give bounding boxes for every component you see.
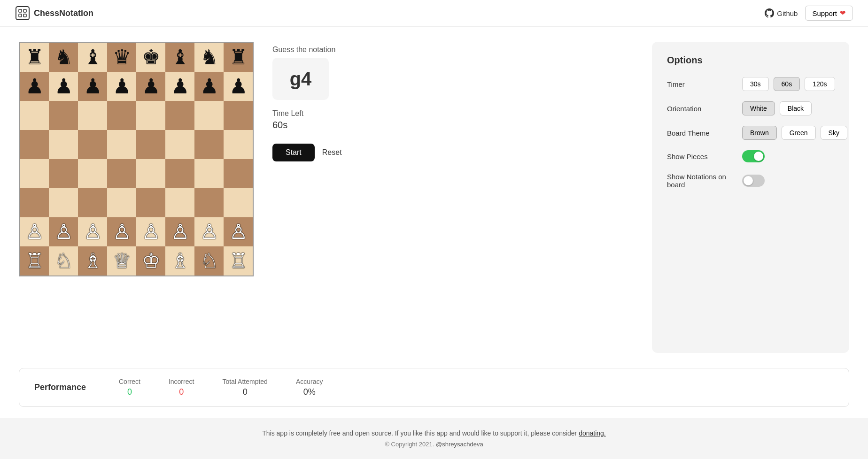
support-button[interactable]: Support ❤ — [805, 6, 853, 21]
board-cell-0-7[interactable]: ♜ — [224, 43, 253, 72]
board-cell-1-3[interactable]: ♟ — [107, 72, 136, 101]
board-cell-4-4[interactable] — [136, 159, 165, 188]
logo-text: ChessNotation — [34, 8, 93, 18]
board-cell-2-4[interactable] — [136, 101, 165, 130]
board-cell-0-2[interactable]: ♝ — [78, 43, 107, 72]
board-cell-2-0[interactable] — [20, 101, 49, 130]
board-theme-option: Board Theme Brown Green Sky — [667, 126, 834, 140]
board-cell-0-4[interactable]: ♚ — [136, 43, 165, 72]
author-link[interactable]: @shreysachdeva — [436, 441, 483, 448]
board-cell-1-7[interactable]: ♟ — [224, 72, 253, 101]
board-cell-7-7[interactable]: ♖ — [224, 246, 253, 275]
board-cell-6-3[interactable]: ♙ — [107, 217, 136, 246]
board-cell-2-5[interactable] — [165, 101, 194, 130]
perf-total-value: 0 — [243, 387, 248, 397]
board-cell-0-3[interactable]: ♛ — [107, 43, 136, 72]
board-cell-3-0[interactable] — [20, 130, 49, 159]
board-cell-5-0[interactable] — [20, 188, 49, 217]
timer-120s-button[interactable]: 120s — [805, 77, 835, 91]
orientation-black-button[interactable]: Black — [780, 101, 812, 115]
board-cell-4-0[interactable] — [20, 159, 49, 188]
board-cell-3-1[interactable] — [49, 130, 78, 159]
board-cell-5-1[interactable] — [49, 188, 78, 217]
board-cell-6-5[interactable]: ♙ — [165, 217, 194, 246]
timer-option: Timer 30s 60s 120s — [667, 77, 834, 91]
board-cell-7-0[interactable]: ♖ — [20, 246, 49, 275]
board-cell-1-4[interactable]: ♟ — [136, 72, 165, 101]
show-pieces-toggle[interactable] — [742, 150, 765, 162]
board-cell-6-6[interactable]: ♙ — [194, 217, 224, 246]
board-cell-1-6[interactable]: ♟ — [194, 72, 224, 101]
board-cell-4-5[interactable] — [165, 159, 194, 188]
donating-link[interactable]: donating. — [579, 429, 606, 437]
timer-30s-button[interactable]: 30s — [742, 77, 769, 91]
board-cell-6-7[interactable]: ♙ — [224, 217, 253, 246]
board-cell-2-7[interactable] — [224, 101, 253, 130]
board-cell-0-1[interactable]: ♞ — [49, 43, 78, 72]
perf-correct: Correct 0 — [119, 378, 140, 397]
timer-60s-button[interactable]: 60s — [774, 77, 800, 91]
board-cell-3-5[interactable] — [165, 130, 194, 159]
show-notations-toggle[interactable] — [742, 175, 765, 187]
board-theme-controls: Brown Green Sky — [742, 126, 847, 140]
performance-section: Performance Correct 0 Incorrect 0 Total … — [19, 368, 849, 407]
notation-value: g4 — [290, 69, 312, 90]
board-cell-7-4[interactable]: ♔ — [136, 246, 165, 275]
board-cell-1-5[interactable]: ♟ — [165, 72, 194, 101]
theme-sky-button[interactable]: Sky — [821, 126, 847, 140]
reset-button[interactable]: Reset — [322, 148, 342, 157]
center-panel: Guess the notation g4 Time Left 60s Star… — [272, 42, 633, 353]
svg-rect-1 — [19, 9, 22, 12]
board-cell-7-6[interactable]: ♘ — [194, 246, 224, 275]
board-cell-6-0[interactable]: ♙ — [20, 217, 49, 246]
perf-total: Total Attempted 0 — [222, 378, 268, 397]
board-cell-4-6[interactable] — [194, 159, 224, 188]
board-cell-5-6[interactable] — [194, 188, 224, 217]
perf-incorrect-label: Incorrect — [169, 378, 194, 385]
timer-controls: 30s 60s 120s — [742, 77, 835, 91]
board-cell-7-5[interactable]: ♗ — [165, 246, 194, 275]
board-cell-4-7[interactable] — [224, 159, 253, 188]
board-cell-1-1[interactable]: ♟ — [49, 72, 78, 101]
perf-accuracy: Accuracy 0% — [296, 378, 323, 397]
board-cell-4-3[interactable] — [107, 159, 136, 188]
board-cell-7-1[interactable]: ♘ — [49, 246, 78, 275]
board-cell-5-7[interactable] — [224, 188, 253, 217]
orientation-label: Orientation — [667, 105, 742, 113]
board-cell-5-4[interactable] — [136, 188, 165, 217]
board-cell-4-2[interactable] — [78, 159, 107, 188]
board-cell-6-2[interactable]: ♙ — [78, 217, 107, 246]
notation-display: g4 — [272, 58, 329, 100]
board-cell-0-5[interactable]: ♝ — [165, 43, 194, 72]
orientation-white-button[interactable]: White — [742, 101, 775, 115]
board-cell-3-2[interactable] — [78, 130, 107, 159]
board-cell-3-7[interactable] — [224, 130, 253, 159]
board-cell-2-6[interactable] — [194, 101, 224, 130]
board-cell-5-2[interactable] — [78, 188, 107, 217]
board-cell-7-3[interactable]: ♕ — [107, 246, 136, 275]
theme-brown-button[interactable]: Brown — [742, 126, 777, 140]
board-cell-2-2[interactable] — [78, 101, 107, 130]
board-cell-7-2[interactable]: ♗ — [78, 246, 107, 275]
board-cell-5-5[interactable] — [165, 188, 194, 217]
board-cell-3-3[interactable] — [107, 130, 136, 159]
board-cell-1-0[interactable]: ♟ — [20, 72, 49, 101]
github-link[interactable]: Github — [765, 8, 798, 18]
board-cell-3-6[interactable] — [194, 130, 224, 159]
board-cell-0-0[interactable]: ♜ — [20, 43, 49, 72]
performance-title: Performance — [34, 382, 91, 392]
board-cell-5-3[interactable] — [107, 188, 136, 217]
board-cell-6-1[interactable]: ♙ — [49, 217, 78, 246]
board-cell-1-2[interactable]: ♟ — [78, 72, 107, 101]
theme-green-button[interactable]: Green — [782, 126, 816, 140]
board-cell-0-6[interactable]: ♞ — [194, 43, 224, 72]
board-cell-6-4[interactable]: ♙ — [136, 217, 165, 246]
main-content: ♜♞♝♛♚♝♞♜♟♟♟♟♟♟♟♟♙♙♙♙♙♙♙♙♖♘♗♕♔♗♘♖ Guess t… — [0, 27, 868, 368]
board-cell-2-3[interactable] — [107, 101, 136, 130]
action-buttons: Start Reset — [272, 144, 633, 161]
start-button[interactable]: Start — [272, 144, 315, 161]
perf-correct-value: 0 — [127, 387, 132, 397]
board-cell-2-1[interactable] — [49, 101, 78, 130]
board-cell-3-4[interactable] — [136, 130, 165, 159]
board-cell-4-1[interactable] — [49, 159, 78, 188]
